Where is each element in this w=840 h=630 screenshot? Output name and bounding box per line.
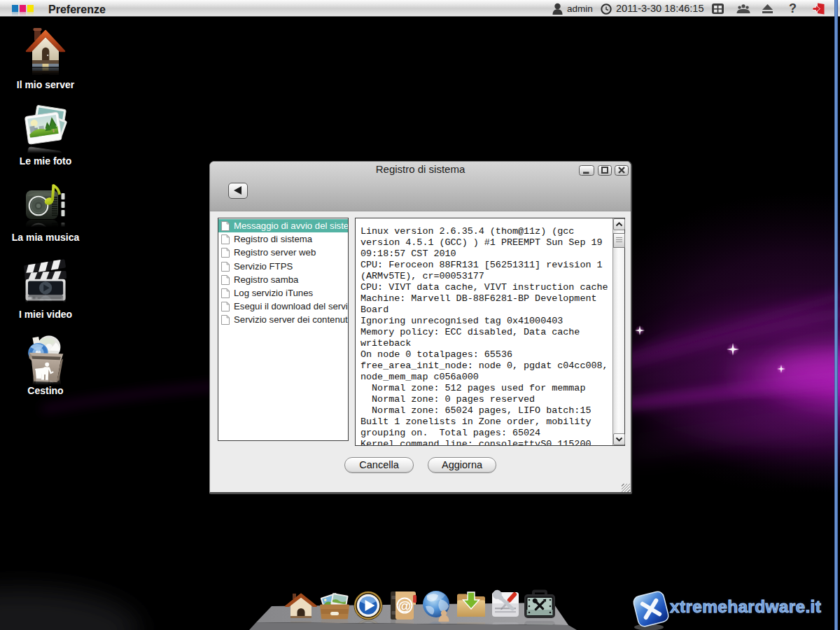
svg-text:@: @	[398, 598, 412, 613]
